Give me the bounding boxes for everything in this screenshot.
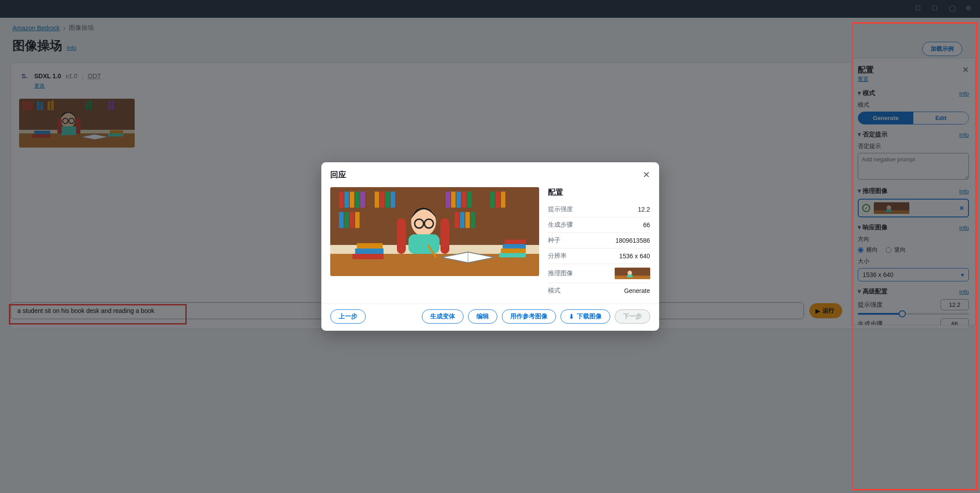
svg-rect-73 bbox=[504, 240, 526, 244]
svg-rect-43 bbox=[462, 192, 466, 208]
modal-config-title: 配置 bbox=[548, 187, 650, 197]
svg-rect-41 bbox=[451, 192, 456, 208]
cfg-row-infer-image: 推理图像 bbox=[548, 264, 650, 283]
use-reference-button[interactable]: 用作参考图像 bbox=[502, 309, 556, 324]
cfg-row-steps: 生成步骤 66 bbox=[548, 217, 650, 233]
download-button[interactable]: ⬇ 下载图像 bbox=[560, 309, 610, 324]
svg-rect-51 bbox=[355, 212, 360, 228]
svg-rect-52 bbox=[455, 212, 459, 228]
svg-rect-49 bbox=[344, 212, 349, 228]
close-icon[interactable]: ✕ bbox=[643, 169, 650, 180]
svg-rect-32 bbox=[344, 192, 349, 208]
svg-rect-53 bbox=[460, 212, 464, 228]
svg-rect-44 bbox=[467, 192, 472, 208]
cfg-row-mode: 模式 Generate bbox=[548, 283, 650, 298]
svg-rect-67 bbox=[352, 254, 384, 259]
svg-rect-77 bbox=[627, 275, 632, 277]
svg-rect-35 bbox=[360, 192, 365, 208]
cfg-row-resolution: 分辨率 1536 x 640 bbox=[548, 249, 650, 264]
svg-rect-63 bbox=[408, 234, 440, 254]
svg-rect-46 bbox=[496, 192, 500, 208]
svg-rect-39 bbox=[391, 192, 395, 208]
cfg-infer-thumb bbox=[615, 268, 650, 279]
svg-point-76 bbox=[628, 271, 632, 275]
svg-rect-54 bbox=[465, 212, 470, 228]
svg-rect-31 bbox=[339, 192, 344, 208]
modal-title: 回应 bbox=[330, 169, 346, 180]
svg-rect-38 bbox=[385, 192, 390, 208]
svg-rect-33 bbox=[350, 192, 354, 208]
svg-rect-42 bbox=[456, 192, 461, 208]
svg-rect-69 bbox=[357, 243, 383, 249]
variants-button[interactable]: 生成变体 bbox=[422, 309, 464, 324]
svg-rect-58 bbox=[440, 218, 449, 254]
modal-overlay: 回应 ✕ bbox=[0, 0, 980, 329]
modal-footer: 上一步 生成变体 编辑 用作参考图像 ⬇ 下载图像 下一步 bbox=[321, 304, 659, 329]
svg-rect-37 bbox=[380, 192, 384, 208]
svg-rect-50 bbox=[350, 212, 354, 228]
svg-rect-70 bbox=[499, 253, 526, 257]
svg-rect-47 bbox=[501, 192, 505, 208]
next-button: 下一步 bbox=[615, 309, 650, 324]
svg-rect-71 bbox=[501, 249, 526, 253]
svg-rect-55 bbox=[471, 212, 475, 228]
svg-rect-36 bbox=[375, 192, 379, 208]
svg-rect-34 bbox=[355, 192, 360, 208]
prev-button[interactable]: 上一步 bbox=[330, 309, 366, 324]
modal-result-image bbox=[330, 187, 539, 276]
student-library-illustration-icon bbox=[330, 187, 539, 276]
modal-config-column: 配置 提示强度 12.2 生成步骤 66 种子 1809613586 分辨率 1… bbox=[548, 187, 650, 298]
svg-rect-45 bbox=[490, 192, 495, 208]
cfg-row-prompt-strength: 提示强度 12.2 bbox=[548, 202, 650, 217]
svg-rect-48 bbox=[339, 212, 344, 228]
svg-rect-72 bbox=[503, 244, 526, 249]
response-modal: 回应 ✕ bbox=[321, 162, 659, 329]
svg-rect-40 bbox=[446, 192, 450, 208]
cfg-row-seed: 种子 1809613586 bbox=[548, 233, 650, 249]
svg-rect-57 bbox=[397, 218, 406, 254]
edit-button[interactable]: 编辑 bbox=[468, 309, 497, 324]
download-icon: ⬇ bbox=[569, 313, 574, 320]
svg-rect-68 bbox=[355, 249, 384, 254]
